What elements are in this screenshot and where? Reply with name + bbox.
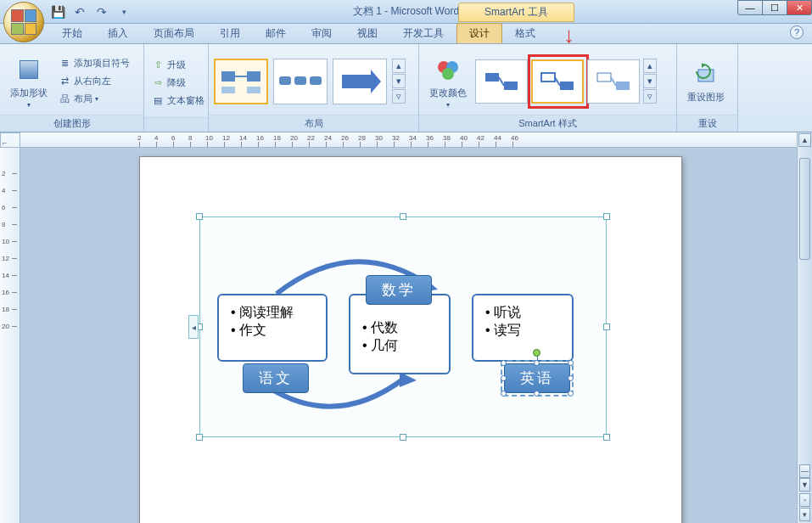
scroll-down-button[interactable]: ▼ <box>799 478 810 492</box>
svg-rect-19 <box>698 70 714 82</box>
tab-view[interactable]: 视图 <box>344 23 390 43</box>
smartart-node-2[interactable]: 代数 几何 <box>349 294 451 374</box>
resize-handle[interactable] <box>603 434 610 441</box>
styles-scroll-down[interactable]: ▾ <box>643 74 657 88</box>
next-page-button[interactable]: ▾ <box>799 508 810 521</box>
selection-handle[interactable] <box>534 360 540 366</box>
help-icon[interactable]: ? <box>790 25 804 39</box>
svg-rect-3 <box>247 87 260 93</box>
resize-handle[interactable] <box>603 323 610 330</box>
tab-developer[interactable]: 开发工具 <box>390 23 456 43</box>
redo-icon[interactable]: ↷ <box>93 3 110 20</box>
layouts-scroll-up[interactable]: ▴ <box>392 59 406 73</box>
svg-rect-16 <box>597 73 611 82</box>
layout-icon: 品 <box>58 93 71 106</box>
smartart-title-1[interactable]: 语文 <box>243 363 309 393</box>
node-item: 读写 <box>485 322 560 340</box>
smartart-title-2[interactable]: 数学 <box>366 275 432 305</box>
office-button[interactable] <box>3 2 44 42</box>
horizontal-ruler[interactable]: 2468101214161820222426283032343638404244… <box>20 132 797 148</box>
text-pane-button[interactable]: ▤文本窗格 <box>149 93 206 108</box>
group-label-styles: SmartArt 样式 <box>419 115 676 132</box>
style-thumb-2[interactable] <box>531 59 584 104</box>
smartart-node-1[interactable]: 阅读理解 作文 <box>217 294 328 362</box>
undo-icon[interactable]: ↶ <box>71 3 88 20</box>
svg-line-12 <box>499 77 504 86</box>
group-label-reset: 重设 <box>677 115 737 132</box>
title-bar: 💾 ↶ ↷ ▾ 文档 1 - Microsoft Word SmartArt 工… <box>0 0 812 24</box>
svg-rect-14 <box>560 82 574 90</box>
close-button[interactable]: ✕ <box>787 0 812 15</box>
text-pane-toggle[interactable]: ◂ <box>188 315 199 339</box>
qat-more-icon[interactable]: ▾ <box>115 3 132 20</box>
annotation-arrow-icon: ↓ <box>563 22 574 48</box>
resize-handle[interactable] <box>400 434 406 441</box>
reset-graphic-button[interactable]: 重设图形 <box>682 57 730 105</box>
group-label-create: 创建图形 <box>0 115 143 132</box>
style-thumb-3[interactable] <box>587 59 640 104</box>
node-item: 代数 <box>362 319 437 337</box>
layout-thumb-2[interactable] <box>273 59 328 104</box>
tab-references[interactable]: 引用 <box>207 23 253 43</box>
contextual-tab-title: SmartArt 工具 <box>458 3 574 22</box>
resize-handle[interactable] <box>400 213 406 220</box>
change-colors-button[interactable]: 更改颜色 ▾ <box>424 53 472 110</box>
smartart-title-3-selected[interactable]: 英语 <box>504 363 570 393</box>
ruler-corner[interactable]: ⌐ <box>0 132 20 148</box>
save-icon[interactable]: 💾 <box>49 3 66 20</box>
svg-rect-17 <box>616 82 630 90</box>
selection-handle[interactable] <box>568 360 574 366</box>
rotate-handle[interactable] <box>533 349 540 357</box>
style-thumb-1[interactable] <box>475 59 528 104</box>
svg-rect-5 <box>294 76 306 85</box>
svg-rect-0 <box>221 71 235 82</box>
layouts-more[interactable]: ▿ <box>392 89 406 104</box>
tab-insert[interactable]: 插入 <box>95 23 141 43</box>
tab-format[interactable]: 格式 <box>502 23 548 43</box>
tab-home[interactable]: 开始 <box>49 23 95 43</box>
styles-scroll-up[interactable]: ▴ <box>643 59 657 73</box>
group-label-layouts: 布局 <box>209 115 418 132</box>
layouts-scroll-down[interactable]: ▾ <box>392 74 406 88</box>
minimize-button[interactable]: — <box>737 0 763 15</box>
selection-handle[interactable] <box>501 360 507 366</box>
promote-button[interactable]: ⇧升级 <box>149 57 206 72</box>
selection-handle[interactable] <box>568 391 574 396</box>
right-to-left-button[interactable]: ⇄从右向左 <box>56 74 132 89</box>
demote-button[interactable]: ⇨降级 <box>149 75 206 90</box>
svg-rect-10 <box>485 73 499 82</box>
layout-thumb-3[interactable] <box>333 59 387 104</box>
maximize-button[interactable]: ☐ <box>762 0 787 15</box>
vertical-scrollbar[interactable]: ▲ — ▼ ◦ ▾ <box>797 132 812 523</box>
svg-rect-2 <box>221 87 235 93</box>
svg-rect-6 <box>310 76 322 85</box>
resize-handle[interactable] <box>196 434 203 441</box>
resize-handle[interactable] <box>603 213 610 220</box>
demote-icon: ⇨ <box>151 76 165 89</box>
text-pane-icon: ▤ <box>151 93 165 107</box>
selection-handle[interactable] <box>501 391 507 396</box>
styles-more[interactable]: ▿ <box>643 89 657 104</box>
prev-page-button[interactable]: ◦ <box>799 493 810 507</box>
smartart-graphic[interactable]: ◂ 阅读理解 作文 语文 <box>199 217 607 437</box>
document-area[interactable]: ◂ 阅读理解 作文 语文 <box>20 148 797 523</box>
scroll-up-button[interactable]: ▲ <box>798 133 811 147</box>
bullet-icon: ≣ <box>58 57 71 70</box>
layout-thumb-1[interactable] <box>214 59 268 104</box>
tab-design[interactable]: 设计 <box>456 23 502 43</box>
scroll-thumb[interactable] <box>799 158 810 260</box>
selection-handle[interactable] <box>568 375 574 381</box>
layout-button[interactable]: 品布局▾ <box>56 92 132 107</box>
vertical-ruler[interactable]: 2468101214161820 <box>0 148 20 523</box>
tab-mailings[interactable]: 邮件 <box>253 23 299 43</box>
scroll-split-button[interactable]: — <box>799 464 810 478</box>
smartart-node-3[interactable]: 听说 读写 <box>472 294 574 362</box>
tab-page-layout[interactable]: 页面布局 <box>141 23 207 43</box>
add-bullet-button[interactable]: ≣添加项目符号 <box>56 56 132 71</box>
resize-handle[interactable] <box>196 213 203 220</box>
add-shape-button[interactable]: 添加形状 ▾ <box>5 53 53 110</box>
selection-handle[interactable] <box>501 375 507 381</box>
node-item: 几何 <box>362 337 437 355</box>
tab-review[interactable]: 审阅 <box>299 23 344 43</box>
selection-handle[interactable] <box>534 391 540 396</box>
